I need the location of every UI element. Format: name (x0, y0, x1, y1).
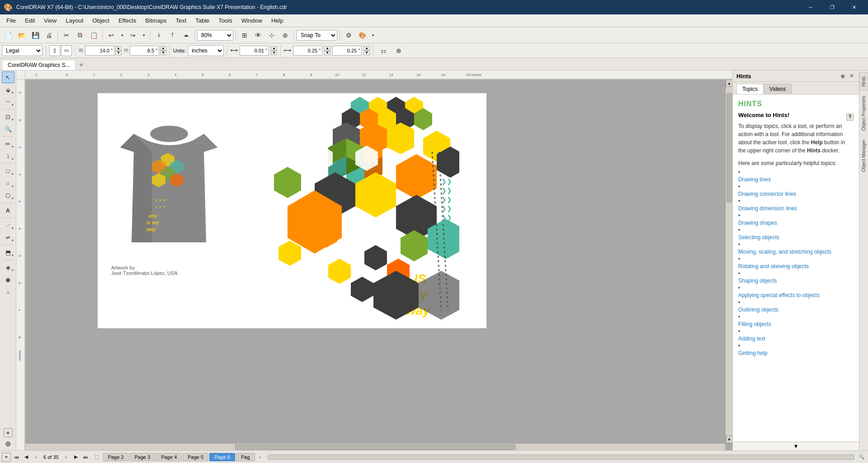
prev-page-btn2[interactable]: ‹ (32, 453, 41, 462)
select-tool-btn[interactable]: ↖ (2, 71, 14, 83)
open-button[interactable]: 📂 (15, 29, 28, 42)
color-button[interactable]: 🎨 (356, 29, 368, 42)
hints-down-arrow[interactable]: ▼ (793, 443, 799, 449)
zoom-in-canvas[interactable]: ⊕ (2, 438, 14, 449)
page-tab-2[interactable]: Page 2 (103, 453, 129, 461)
hint-link-shaping[interactable]: •Shaping objects (738, 270, 854, 285)
new-button[interactable]: 📄 (2, 29, 14, 42)
redo-dropdown[interactable]: ▾ (140, 29, 147, 42)
nudge-up[interactable]: ▲ (271, 46, 277, 51)
zoom-out-btn[interactable]: 🔍 (857, 453, 866, 462)
menu-tools[interactable]: Tools (214, 15, 236, 26)
hint-link-filling[interactable]: •Filling objects (738, 314, 854, 328)
cut-button[interactable]: ✂ (60, 29, 73, 42)
fullscreen-button[interactable]: ⊞ (238, 29, 251, 42)
tab-topics[interactable]: Topics (736, 84, 764, 94)
color-dropdown[interactable]: ▾ (369, 29, 377, 42)
next-page-btn[interactable]: › (61, 453, 71, 462)
portrait-btn[interactable]: ▯ (49, 45, 60, 56)
dup-v-down[interactable]: ▼ (363, 51, 370, 55)
page-width-input[interactable] (85, 46, 114, 56)
hint-link-drawing-lines[interactable]: •Drawing lines (738, 169, 854, 184)
next-page-btn2[interactable]: ▶ (71, 453, 80, 462)
nudge-down[interactable]: ▼ (271, 51, 277, 55)
dup-h-down[interactable]: ▼ (324, 51, 330, 55)
page-scroll-right[interactable]: › (256, 453, 265, 462)
hint-link-moving[interactable]: •Moving, scaling, and stretching objects (738, 241, 854, 256)
connector-tool-btn[interactable]: ⇌ (2, 232, 14, 243)
hint-link-shapes[interactable]: •Drawing shapes (738, 213, 854, 227)
minimize-button[interactable]: ─ (800, 0, 821, 14)
hint-link-outlining[interactable]: •Outlining objects (738, 299, 854, 314)
smart-fill-btn[interactable]: ◉ (2, 274, 14, 285)
menu-help[interactable]: Help (267, 15, 288, 26)
menu-file[interactable]: File (2, 15, 20, 26)
hint-link-adding-text[interactable]: •Adding text (738, 328, 854, 343)
canvas-scroll[interactable]: ▼▼▼ ▼▼▼ any is my way .hex { stroke: non… (25, 80, 725, 443)
polygon-tool-btn[interactable]: ⬡ (2, 189, 14, 201)
dimension-tool-btn[interactable]: ⟋ (2, 219, 14, 231)
print-button[interactable]: 🖨 (42, 29, 55, 42)
vtab-object-manager[interactable]: Object Manager (859, 136, 868, 176)
canvas-vscroll[interactable]: ▲ ▼ (725, 80, 732, 443)
prev-page-btn[interactable]: ◀ (22, 453, 31, 462)
smartdraw-tool-btn[interactable]: ⤵ (2, 150, 14, 162)
page-height-input[interactable] (130, 46, 159, 56)
width-up[interactable]: ▲ (115, 46, 122, 51)
landscape-btn[interactable]: ▭ (61, 45, 72, 56)
dup-v-input[interactable] (332, 46, 362, 56)
add-page-settings[interactable]: ⊕ (392, 44, 406, 57)
hint-link-effects[interactable]: •Applying special effects to objects (738, 285, 854, 299)
copy-button[interactable]: ⧉ (74, 29, 86, 42)
import-button[interactable]: ⤓ (152, 29, 165, 42)
vtab-hints[interactable]: Hints (859, 72, 868, 91)
close-button[interactable]: ✕ (844, 0, 864, 14)
text-tool-btn[interactable]: A (2, 204, 14, 216)
view-mode-button[interactable]: 👁 (252, 29, 264, 42)
paste-button[interactable]: 📋 (87, 29, 100, 42)
height-up[interactable]: ▲ (160, 46, 166, 51)
canvas-hscroll[interactable] (25, 443, 725, 450)
vscroll-down[interactable]: ▼ (726, 436, 732, 443)
fill-tool-btn[interactable]: ◈ (2, 261, 14, 273)
menu-window[interactable]: Window (237, 15, 267, 26)
options-button[interactable]: ⚙ (342, 29, 355, 42)
page-size-dropdown[interactable]: Legal Letter A4 (2, 45, 42, 56)
page-tab-5[interactable]: Page 5 (183, 453, 208, 461)
dup-h-up[interactable]: ▲ (324, 46, 330, 51)
height-down[interactable]: ▼ (160, 51, 166, 55)
hint-link-getting-help[interactable]: •Getting help (738, 343, 854, 357)
freehand-tool-btn[interactable]: ✏ (2, 138, 14, 150)
page-settings-btn[interactable]: ⚏ (377, 44, 390, 57)
hints-scroll-down[interactable]: ▼ (733, 442, 859, 450)
crop-tool-btn[interactable]: ⊡ (2, 111, 14, 123)
undo-dropdown[interactable]: ▾ (118, 29, 126, 42)
width-down[interactable]: ▼ (115, 51, 122, 55)
ellipse-tool-btn[interactable]: ○ (2, 177, 14, 189)
page-tab-6[interactable]: Page 6 (209, 453, 235, 461)
new-tab-button[interactable]: + (76, 59, 87, 70)
dup-h-input[interactable] (293, 46, 322, 56)
hint-link-rotating[interactable]: •Rotating and skewing objects (738, 256, 854, 270)
menu-effects[interactable]: Effects (114, 15, 141, 26)
vscroll-up[interactable]: ▲ (726, 80, 732, 87)
dup-v-up[interactable]: ▲ (363, 46, 370, 51)
undo-button[interactable]: ↩ (105, 29, 118, 42)
nudge-input[interactable] (240, 46, 269, 56)
rect-tool-btn[interactable]: □ (2, 165, 14, 177)
hints-help-btn[interactable]: ? (846, 113, 854, 121)
hint-link-dimension[interactable]: •Drawing dimension lines (738, 198, 854, 213)
menu-object[interactable]: Object (88, 15, 114, 26)
hints-expand-btn[interactable]: ⊞ (839, 72, 846, 80)
tab-videos[interactable]: Videos (764, 84, 792, 94)
page-tab-3[interactable]: Page 3 (130, 453, 156, 461)
restore-button[interactable]: ❐ (822, 0, 843, 14)
grid-button[interactable]: ⊹ (265, 29, 278, 42)
vtab-object-properties[interactable]: Object Properties (859, 92, 868, 135)
hscroll-thumb[interactable] (235, 444, 515, 450)
menu-layout[interactable]: Layout (61, 15, 88, 26)
page-scroll-track[interactable] (268, 454, 854, 460)
page-options-btn[interactable]: ⬚ (91, 453, 102, 462)
publish-button[interactable]: ☁ (179, 29, 192, 42)
hint-link-connector[interactable]: •Drawing connector lines (738, 184, 854, 198)
